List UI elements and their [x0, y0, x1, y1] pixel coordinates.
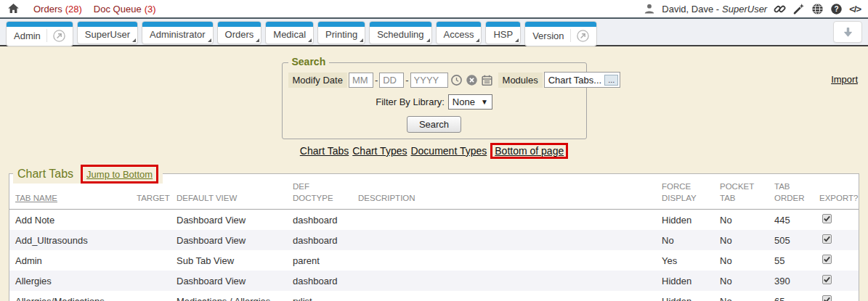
year-input[interactable]: [410, 73, 448, 88]
cell-default-view: Dashboard View: [171, 230, 287, 250]
date-separator: -: [375, 75, 378, 86]
bottom-of-page-link[interactable]: Bottom of page: [495, 145, 564, 157]
filter-by-library-label: Filter By Library:: [376, 96, 445, 107]
search-button[interactable]: Search: [407, 116, 461, 133]
tab-menu-indicator: [208, 38, 211, 42]
jump-to-bottom-link[interactable]: Jump to Bottom: [86, 169, 153, 180]
cell-tab-order: 65: [768, 291, 814, 301]
calendar-icon[interactable]: [481, 74, 493, 86]
tab-menu-indicator: [360, 38, 363, 42]
cell-default-view: Dashboard View: [171, 271, 287, 291]
column-header-force-display: FORCE DISPLAY: [656, 178, 714, 210]
cell-tab-name: Add_Ultrasounds: [9, 230, 131, 250]
column-header-export: EXPORT?: [814, 178, 859, 210]
home-icon[interactable]: [7, 3, 20, 15]
nav-orders[interactable]: Orders (28): [33, 4, 82, 15]
cell-target: [131, 271, 171, 291]
tab-cap: [370, 22, 431, 27]
cell-pocket-tab: No: [714, 250, 768, 271]
tab-administrator[interactable]: Administrator: [142, 21, 214, 44]
user-icon: [643, 3, 655, 15]
cell-tab-name: Add Note: [9, 210, 131, 231]
clear-icon[interactable]: [466, 74, 478, 86]
table-row[interactable]: Allergies Dashboard View dashboard Hidde…: [9, 271, 859, 291]
library-select-value: None: [453, 96, 475, 107]
quick-links: Chart Tabs Chart Types Document Types Bo…: [0, 143, 868, 159]
cell-tab-order: 505: [768, 230, 814, 250]
annotation-box-bottom-of-page: Bottom of page: [490, 143, 568, 159]
tab-cap: [266, 22, 313, 27]
search-panel: Search Modify Date - - Modules Chart Tab…: [282, 62, 587, 139]
cell-def-doctype: dashboard: [287, 210, 352, 231]
cell-description: [352, 291, 656, 301]
cell-force-display: No: [656, 230, 714, 250]
table-row[interactable]: Allergies/Medications Medications / Alle…: [9, 291, 859, 301]
wand-icon[interactable]: [792, 3, 805, 15]
open-in-new-icon[interactable]: [53, 30, 65, 42]
chart-tabs-link[interactable]: Chart Tabs: [300, 145, 349, 157]
tab-orders[interactable]: Orders: [217, 21, 262, 44]
cell-target: [131, 210, 171, 231]
tab-superuser[interactable]: SuperUser: [77, 21, 138, 44]
tab-cap: [437, 22, 482, 27]
tab-orders-label: Orders: [225, 29, 254, 40]
export-checkbox[interactable]: [822, 295, 832, 301]
table-row[interactable]: Add_Ultrasounds Dashboard View dashboard…: [9, 230, 859, 250]
tab-scheduling[interactable]: Scheduling: [369, 21, 431, 44]
cell-target: [131, 230, 171, 250]
chart-types-link[interactable]: Chart Types: [352, 145, 407, 157]
tab-superuser-label: SuperUser: [85, 29, 130, 40]
modules-picker-button[interactable]: ...: [604, 75, 618, 86]
tab-cap: [486, 22, 520, 27]
tab-divider: [570, 29, 571, 42]
column-header-tab-name[interactable]: TAB NAME: [15, 194, 57, 202]
cell-pocket-tab: No: [714, 271, 768, 291]
open-in-new-icon[interactable]: [577, 30, 589, 42]
cell-default-view: Dashboard View: [171, 210, 287, 231]
library-select[interactable]: None ▼: [448, 94, 492, 110]
tab-cap: [78, 22, 137, 27]
export-checkbox[interactable]: [822, 214, 832, 223]
document-types-link[interactable]: Document Types: [410, 145, 487, 157]
nav-doc-queue-label: Doc Queue: [94, 4, 142, 15]
clock-icon[interactable]: [450, 74, 463, 86]
tab-hsp[interactable]: HSP: [485, 21, 521, 44]
tab-version[interactable]: Version: [524, 21, 596, 46]
cell-target: [131, 291, 171, 301]
tab-printing[interactable]: Printing: [317, 21, 365, 44]
cell-def-doctype: dashboard: [287, 271, 352, 291]
table-row[interactable]: Add Note Dashboard View dashboard Hidden…: [9, 210, 859, 231]
column-header-def-doctype: DEF DOCTYPE: [287, 178, 352, 210]
export-checkbox[interactable]: [822, 255, 832, 264]
down-arrow-icon[interactable]: [833, 21, 862, 43]
code-icon[interactable]: </>: [849, 4, 861, 15]
tab-medical-label: Medical: [273, 29, 306, 40]
tab-access[interactable]: Access: [436, 21, 482, 44]
tab-admin[interactable]: Admin: [6, 21, 73, 46]
tab-menu-indicator: [426, 38, 430, 42]
day-input[interactable]: [379, 73, 404, 88]
tab-medical[interactable]: Medical: [265, 21, 314, 44]
tab-scheduling-label: Scheduling: [377, 29, 423, 40]
nav-doc-queue[interactable]: Doc Queue (3): [94, 4, 156, 15]
modules-field[interactable]: Chart Tabs... ...: [544, 72, 621, 88]
cell-def-doctype: parent: [287, 250, 352, 271]
chart-tabs-title: Chart Tabs: [17, 168, 73, 181]
cell-pocket-tab: No: [714, 210, 768, 231]
globe-icon[interactable]: [811, 3, 824, 15]
help-icon[interactable]: ?: [830, 3, 843, 15]
annotation-box-jump-to-bottom: Jump to Bottom: [81, 165, 158, 184]
import-link[interactable]: Import: [831, 74, 858, 85]
cell-description: [352, 210, 656, 231]
tab-hsp-label: HSP: [493, 29, 513, 40]
chevron-down-icon: ▼: [481, 98, 488, 106]
month-input[interactable]: [349, 73, 373, 88]
cell-default-view: Sub Tab View: [171, 250, 287, 271]
export-checkbox[interactable]: [822, 275, 832, 284]
table-row[interactable]: Admin Sub Tab View parent Yes No 55: [9, 250, 859, 271]
export-checkbox[interactable]: [822, 234, 832, 244]
link-icon[interactable]: [774, 3, 786, 15]
search-row-button: Search: [288, 116, 580, 133]
column-header-description: DESCRIPTION: [352, 178, 656, 210]
module-tab-strip: Admin SuperUser Administrator Orders Med…: [0, 19, 868, 46]
